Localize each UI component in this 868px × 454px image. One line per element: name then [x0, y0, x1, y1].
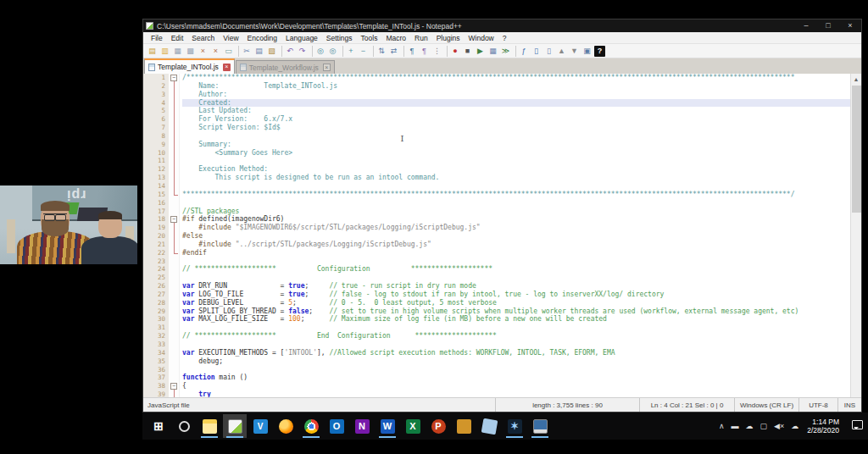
- file-explorer-icon-glyph: [203, 419, 217, 434]
- onedrive-icon[interactable]: ☁: [791, 422, 798, 430]
- maximize-button[interactable]: □: [817, 19, 839, 32]
- menu-settings[interactable]: Settings: [322, 34, 357, 42]
- save-macro-icon[interactable]: ▦: [487, 46, 498, 57]
- battery-icon[interactable]: ▬: [731, 422, 738, 430]
- scroll-up-arrow[interactable]: ▲: [851, 74, 861, 85]
- search-button[interactable]: [172, 414, 196, 438]
- start-button[interactable]: ⊞: [147, 414, 170, 438]
- line-number: 22: [143, 249, 165, 257]
- doc-switcher-icon[interactable]: ▯: [543, 46, 554, 57]
- menu-run[interactable]: Run: [410, 34, 432, 42]
- app-blue-icon[interactable]: [477, 414, 501, 438]
- excel-icon-glyph: X: [406, 419, 420, 434]
- firefox-icon[interactable]: [274, 414, 298, 438]
- volume-muted-icon[interactable]: ◀×: [774, 422, 784, 430]
- fold-toggle[interactable]: −: [170, 75, 177, 81]
- powerpoint-icon[interactable]: P: [426, 414, 450, 438]
- word-wrap-icon[interactable]: ¶: [403, 46, 417, 57]
- onenote-icon[interactable]: N: [350, 414, 374, 438]
- function-list-icon[interactable]: ƒ: [515, 46, 529, 57]
- menu-file[interactable]: File: [147, 34, 167, 42]
- zoom-in-icon[interactable]: +: [342, 46, 356, 57]
- open-file-icon[interactable]: ▥: [159, 46, 170, 57]
- line-number: 38: [143, 382, 165, 390]
- replace-icon[interactable]: ◎: [327, 46, 338, 57]
- file-explorer-icon[interactable]: [198, 414, 221, 438]
- doc-map-icon[interactable]: ▯: [531, 46, 542, 57]
- app-gold-icon[interactable]: [452, 414, 476, 438]
- scrollbar-thumb[interactable]: [852, 86, 861, 213]
- close-all-icon[interactable]: ×: [210, 46, 221, 57]
- taskbar-clock[interactable]: 1:14 PM 2/28/2020: [807, 418, 839, 435]
- indent-guide-icon[interactable]: ⋮: [431, 46, 442, 57]
- notepad-plus-plus-icon[interactable]: [223, 414, 247, 438]
- status-insert-mode[interactable]: INS: [837, 398, 861, 412]
- display-icon[interactable]: ▢: [760, 422, 767, 430]
- line-number: 5: [143, 107, 165, 115]
- close-file-icon[interactable]: ×: [198, 46, 209, 57]
- remote-desktop-icon[interactable]: [528, 414, 552, 438]
- cloud-icon[interactable]: ☁: [745, 422, 753, 430]
- print-icon[interactable]: ▭: [223, 46, 234, 57]
- vscode-icon[interactable]: V: [248, 414, 272, 438]
- close-button[interactable]: ×: [839, 19, 861, 32]
- vertical-scrollbar[interactable]: ▲: [850, 74, 861, 397]
- line-number: 8: [143, 132, 165, 141]
- paste-icon[interactable]: ▧: [266, 46, 277, 57]
- undo-icon[interactable]: ↶: [281, 46, 295, 57]
- outlook-icon[interactable]: O: [325, 414, 348, 438]
- play-macro-icon[interactable]: ▶: [475, 46, 486, 57]
- run-macro-multiple-icon[interactable]: ≫: [500, 46, 511, 57]
- menu-encoding[interactable]: Encoding: [243, 34, 281, 42]
- status-eol-format[interactable]: Windows (CR LF): [734, 398, 798, 412]
- stop-macro-icon[interactable]: ■: [462, 46, 473, 57]
- monitoring-icon[interactable]: ▣: [581, 46, 593, 57]
- menu-language[interactable]: Language: [281, 34, 322, 42]
- help-icon[interactable]: ?: [594, 46, 605, 57]
- record-macro-icon[interactable]: ●: [447, 46, 460, 57]
- title-bar[interactable]: C:\Users\mmadsem\Documents\Work\Developm…: [143, 19, 861, 32]
- menu-view[interactable]: View: [219, 34, 242, 42]
- code-area[interactable]: /***************************************…: [180, 74, 850, 397]
- code-line: #if defined(imagenowDir6): [182, 215, 850, 224]
- menu-help[interactable]: ?: [498, 34, 511, 42]
- new-file-icon[interactable]: ▤: [147, 46, 158, 57]
- status-encoding[interactable]: UTF-8: [798, 398, 837, 412]
- menu-search[interactable]: Search: [187, 34, 219, 42]
- minimize-button[interactable]: –: [795, 19, 817, 32]
- tray-chevron-icon[interactable]: ∧: [719, 422, 725, 430]
- redo-icon[interactable]: ↷: [297, 46, 308, 57]
- save-icon[interactable]: ▦: [172, 46, 183, 57]
- menu-macro[interactable]: Macro: [381, 34, 410, 42]
- excel-icon[interactable]: X: [401, 414, 425, 438]
- save-all-icon[interactable]: ▩: [185, 46, 196, 57]
- cut-icon[interactable]: ✂: [238, 46, 252, 57]
- sync-horizontal-icon[interactable]: ⇄: [388, 46, 399, 57]
- tab-close-icon[interactable]: ×: [323, 64, 331, 71]
- tab-close-icon[interactable]: ×: [223, 64, 231, 71]
- editor-area[interactable]: 1234567891011121314151617181920212223242…: [143, 74, 861, 397]
- menu-edit[interactable]: Edit: [167, 34, 188, 42]
- fold-toggle[interactable]: −: [170, 216, 177, 223]
- snowflake-app-icon[interactable]: ✶: [503, 414, 526, 438]
- menu-tools[interactable]: Tools: [357, 34, 382, 42]
- fold-margin[interactable]: −−−: [169, 74, 180, 397]
- find-icon[interactable]: ◎: [312, 46, 326, 57]
- line-number: 30: [143, 315, 165, 324]
- fold-toggle[interactable]: −: [170, 383, 177, 390]
- zoom-out-icon[interactable]: −: [358, 46, 369, 57]
- copy-icon[interactable]: ▤: [253, 46, 264, 57]
- word-icon[interactable]: W: [376, 414, 399, 438]
- tab-template_intool.js[interactable]: Template_INTool.js×: [144, 58, 235, 74]
- tab-template_workflow.js[interactable]: Template_Workflow.js×: [236, 60, 335, 74]
- menu-window[interactable]: Window: [465, 34, 498, 42]
- show-all-chars-icon[interactable]: ¶: [419, 46, 430, 57]
- chrome-icon[interactable]: [299, 414, 323, 438]
- fold-all-icon[interactable]: ▲: [556, 46, 567, 57]
- action-center-icon[interactable]: [846, 418, 865, 434]
- code-line: #endif: [182, 249, 850, 257]
- menu-plugins[interactable]: Plugins: [432, 34, 465, 42]
- line-number: 1: [143, 74, 165, 82]
- sync-vertical-icon[interactable]: ⇅: [373, 46, 387, 57]
- unfold-all-icon[interactable]: ▼: [569, 46, 580, 57]
